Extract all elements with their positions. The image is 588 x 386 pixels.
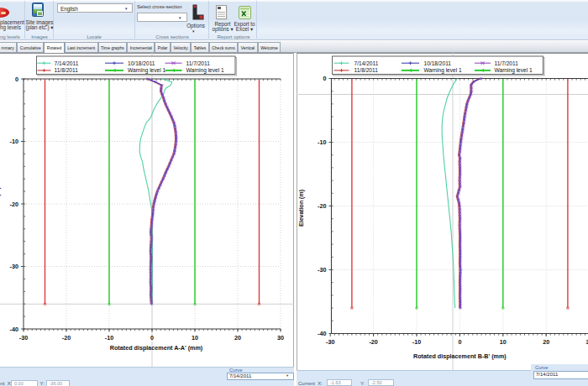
svg-text:-30: -30	[326, 338, 334, 346]
svg-text:-20: -20	[318, 202, 326, 210]
svg-text:7/14/2011: 7/14/2011	[55, 60, 79, 66]
svg-text:-10: -10	[105, 334, 113, 342]
svg-text:-20: -20	[62, 334, 71, 342]
svg-text:Rotated displacement A-A' (mm): Rotated displacement A-A' (mm)	[110, 344, 203, 352]
svg-text:Warning level 1: Warning level 1	[128, 67, 166, 74]
svg-text:Warning level 1: Warning level 1	[186, 67, 225, 74]
svg-text:10: 10	[192, 334, 198, 342]
svg-text:-30: -30	[318, 266, 326, 274]
svg-text:10/18/2011: 10/18/2011	[424, 60, 452, 66]
svg-text:30: 30	[277, 334, 284, 342]
svg-text:11/7/2011: 11/7/2011	[186, 60, 211, 66]
svg-text:-20: -20	[369, 338, 377, 346]
svg-text:0: 0	[323, 75, 327, 82]
svg-text:-10: -10	[318, 138, 326, 146]
svg-text:Rotated displacement B-B' (mm): Rotated displacement B-B' (mm)	[413, 352, 507, 360]
svg-text:-30: -30	[10, 263, 18, 270]
svg-text:11/8/2011: 11/8/2011	[354, 67, 379, 73]
svg-text:20: 20	[543, 338, 549, 346]
svg-text:-10: -10	[412, 338, 421, 346]
svg-text:11/7/2011: 11/7/2011	[495, 60, 519, 66]
svg-text:-30: -30	[19, 334, 28, 342]
svg-text:20: 20	[234, 334, 241, 342]
svg-text:7/14/2011: 7/14/2011	[354, 60, 379, 66]
svg-text:10/18/2011: 10/18/2011	[128, 60, 155, 66]
svg-text:11/8/2011: 11/8/2011	[55, 67, 79, 73]
svg-text:0: 0	[150, 334, 154, 342]
svg-text:-40: -40	[318, 330, 326, 337]
svg-text:10: 10	[500, 338, 507, 346]
svg-text:Elevation (m): Elevation (m)	[0, 187, 1, 224]
svg-text:-10: -10	[10, 138, 18, 145]
svg-text:Elevation (m): Elevation (m)	[298, 190, 305, 227]
svg-text:0: 0	[458, 338, 461, 346]
svg-text:0: 0	[15, 76, 18, 83]
svg-text:Warning level 1: Warning level 1	[424, 67, 463, 74]
svg-text:-40: -40	[10, 326, 18, 333]
svg-text:Warning level 1: Warning level 1	[495, 67, 533, 74]
svg-text:-20: -20	[10, 201, 18, 208]
